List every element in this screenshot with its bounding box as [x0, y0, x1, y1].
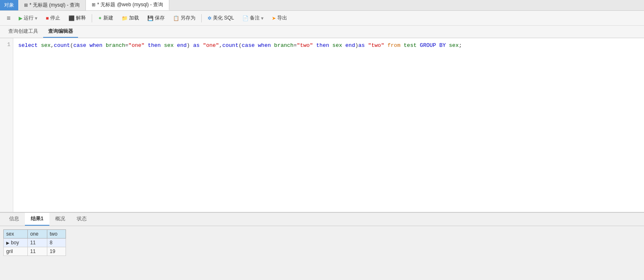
comment-dropdown-icon: ▾	[261, 15, 263, 21]
toolbar-divider-2	[201, 14, 202, 22]
save-as-button[interactable]: 📋 另存为	[170, 13, 199, 23]
explain-label: 解释	[76, 15, 86, 22]
beautify-label: 美化 SQL	[213, 15, 234, 22]
row-arrow-0: ▶	[6, 241, 10, 245]
export-button[interactable]: ➤ 导出	[268, 13, 290, 23]
left-label: 对象	[0, 0, 18, 10]
bottom-tab-info[interactable]: 信息	[3, 213, 25, 226]
explain-icon: ⬛	[68, 15, 75, 21]
export-icon: ➤	[272, 15, 276, 21]
sub-tab-query-editor-label: 查询编辑器	[48, 28, 73, 34]
bottom-tab-status-label: 状态	[77, 216, 87, 222]
cell-one-0: 11	[27, 239, 47, 247]
result-table: sex one two ▶ boy 11 8 gril 11 19	[3, 229, 66, 256]
save-as-label: 另存为	[181, 15, 195, 22]
line-numbers: 1	[0, 38, 13, 212]
bottom-tab-overview-label: 概况	[55, 216, 65, 222]
bottom-tab-result1[interactable]: 结果1	[25, 213, 49, 226]
toolbar: ≡ ▶ 运行 ▾ ■ 停止 ⬛ 解释 ✦ 新建 📁 加载 💾 保存 📋 另存为 …	[0, 11, 644, 26]
beautify-icon: ✲	[207, 15, 212, 21]
left-label-text: 对象	[4, 2, 14, 9]
bottom-tab-overview[interactable]: 概况	[49, 213, 71, 226]
export-label: 导出	[277, 15, 287, 22]
bottom-tab-bar: 信息 结果1 概况 状态	[0, 212, 644, 226]
save-label: 保存	[155, 15, 165, 22]
col-header-one: one	[27, 230, 47, 239]
save-button[interactable]: 💾 保存	[144, 13, 168, 23]
run-button[interactable]: ▶ 运行 ▾	[15, 13, 41, 23]
tab-untitled-web-mysql[interactable]: ⊞ * 无标题 @web (mysql) - 查询	[86, 0, 169, 10]
new-button[interactable]: ✦ 新建	[95, 13, 117, 23]
tab2-label: * 无标题 @web (mysql) - 查询	[97, 1, 163, 8]
bottom-tab-result1-label: 结果1	[31, 216, 44, 222]
col-header-two: two	[47, 230, 66, 239]
explain-button[interactable]: ⬛ 解释	[65, 13, 89, 23]
hamburger-button[interactable]: ≡	[3, 13, 14, 23]
tab-icon-1: ⊞	[24, 2, 28, 8]
bottom-section: 信息 结果1 概况 状态 sex one two ▶ boy 11 8	[0, 212, 644, 259]
beautify-button[interactable]: ✲ 美化 SQL	[204, 13, 237, 23]
cell-two-0: 8	[47, 239, 66, 247]
tab-bar: 对象 ⊞ * 无标题 (mysql) - 查询 ⊞ * 无标题 @web (my…	[0, 0, 644, 11]
load-label: 加载	[129, 15, 139, 22]
cell-sex-1: gril	[4, 247, 28, 256]
stop-button[interactable]: ■ 停止	[42, 13, 63, 23]
table-row[interactable]: ▶ boy 11 8	[4, 239, 66, 247]
comment-button[interactable]: 📄 备注 ▾	[239, 13, 267, 23]
tab-untitled-mysql[interactable]: ⊞ * 无标题 (mysql) - 查询	[18, 0, 86, 10]
col-header-sex: sex	[4, 230, 28, 239]
sub-tab-query-editor[interactable]: 查询编辑器	[43, 26, 78, 38]
editor-area: 1 select sex,count(case when branch="one…	[0, 38, 644, 212]
bottom-tab-status[interactable]: 状态	[71, 213, 93, 226]
stop-icon: ■	[46, 15, 49, 21]
code-editor[interactable]: select sex,count(case when branch="one" …	[13, 38, 644, 212]
run-label: 运行	[24, 15, 34, 22]
bottom-tab-info-label: 信息	[9, 216, 19, 222]
run-dropdown-icon: ▾	[35, 15, 37, 21]
line-number-1: 1	[3, 41, 10, 48]
tab1-label: * 无标题 (mysql) - 查询	[29, 2, 80, 9]
sub-tab-query-builder[interactable]: 查询创建工具	[3, 26, 43, 38]
table-header-row: sex one two	[4, 230, 66, 239]
sub-tab-query-builder-label: 查询创建工具	[8, 28, 38, 34]
new-icon: ✦	[98, 15, 102, 21]
cell-sex-0: ▶ boy	[4, 239, 28, 247]
new-label: 新建	[103, 15, 113, 22]
load-button[interactable]: 📁 加载	[118, 13, 142, 23]
save-icon: 💾	[147, 15, 154, 21]
comment-label: 备注	[250, 15, 260, 22]
toolbar-divider-1	[92, 14, 92, 22]
stop-label: 停止	[50, 15, 60, 22]
result-table-container: sex one two ▶ boy 11 8 gril 11 19	[0, 226, 644, 259]
comment-icon: 📄	[242, 15, 249, 21]
tab-icon-2: ⊞	[92, 2, 95, 7]
sub-tab-bar: 查询创建工具 查询编辑器	[0, 26, 644, 38]
cell-two-1: 19	[47, 247, 66, 256]
load-icon: 📁	[122, 15, 128, 21]
table-row[interactable]: gril 11 19	[4, 247, 66, 256]
save-as-icon: 📋	[173, 15, 179, 21]
run-icon: ▶	[19, 15, 22, 21]
cell-one-1: 11	[27, 247, 47, 256]
